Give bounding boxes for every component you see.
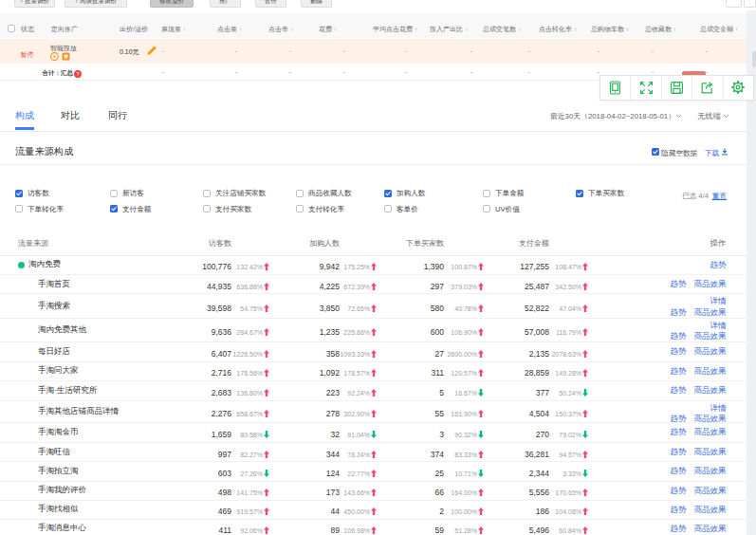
svg-text:?: ? bbox=[76, 71, 79, 77]
